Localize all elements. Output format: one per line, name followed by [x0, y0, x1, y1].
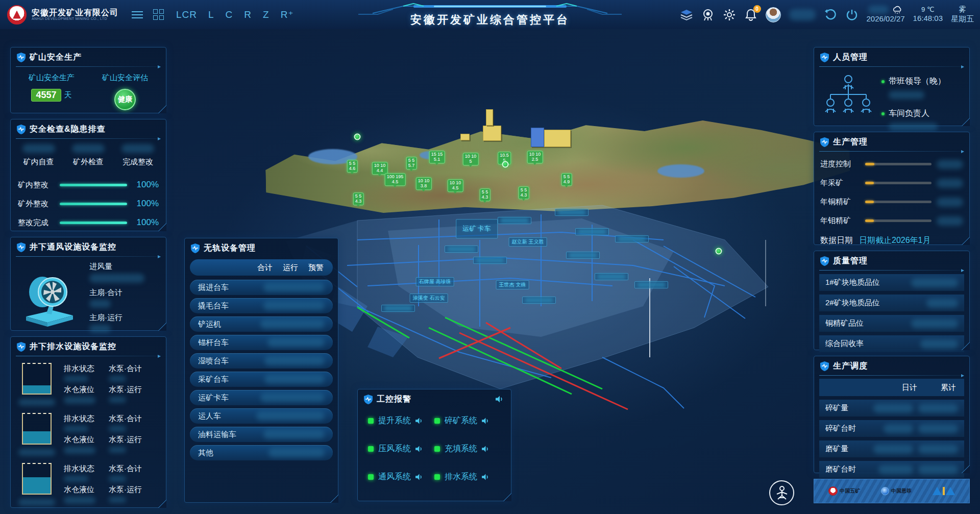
personnel-locate-button[interactable] [769, 480, 794, 505]
production-progress[interactable] [865, 163, 932, 165]
camera-icon[interactable] [701, 8, 715, 21]
production-progress[interactable] [865, 219, 932, 222]
map-badge[interactable]: 5 54.3 [519, 186, 529, 199]
map-tag[interactable] [615, 235, 649, 242]
map-badge[interactable]: 5 54.9 [561, 173, 572, 186]
undo-icon[interactable] [824, 8, 837, 21]
equipment-row[interactable]: 湿喷台车 [190, 353, 333, 369]
equipment-row[interactable]: 铲运机 [190, 316, 333, 332]
weather-cloud-icon [892, 5, 903, 14]
map-location-dot[interactable] [354, 134, 361, 140]
speaker-icon[interactable] [482, 446, 489, 452]
quality-row[interactable]: 铜精矿品位 [819, 315, 964, 332]
progress-label: 矿内整改 [18, 180, 55, 190]
equipment-row[interactable]: 运矿卡车 [190, 390, 333, 405]
equipment-row[interactable]: 运人车 [190, 408, 333, 424]
map-tag[interactable] [566, 252, 600, 259]
alarm-system-item[interactable]: 排水系统 [434, 472, 501, 482]
map-tag[interactable] [473, 257, 507, 264]
alarm-master-speaker-icon[interactable] [496, 396, 504, 405]
menu-icon[interactable] [132, 11, 143, 18]
map-badge[interactable]: 10 105 [463, 153, 479, 165]
dispatch-row[interactable]: 磨矿量 [819, 440, 964, 457]
map-tag[interactable] [522, 297, 556, 304]
nav-button-z[interactable]: Z [263, 9, 270, 20]
layers-icon[interactable] [680, 8, 693, 21]
map-badge[interactable]: 15 155.1 [429, 151, 445, 163]
production-label: 年铜精矿 [820, 197, 860, 207]
col-running: 运行 [283, 263, 298, 273]
alarm-system-item[interactable]: 碎矿系统 [434, 415, 501, 426]
dispatch-row[interactable]: 磨矿台时 [819, 461, 964, 478]
notifications-bell-icon[interactable]: 0 [744, 8, 757, 21]
map-badge[interactable]: 5 54.6 [347, 160, 358, 173]
map-tag[interactable] [555, 209, 589, 216]
quality-row[interactable]: 综合回收率 [819, 335, 964, 352]
speaker-icon[interactable] [482, 474, 489, 480]
redacted-value [64, 426, 88, 432]
equipment-row[interactable]: 锚杆台车 [190, 335, 333, 350]
redacted-value [89, 274, 144, 283]
speaker-icon[interactable] [415, 418, 423, 424]
drain-label: 水泵·运行 [109, 435, 142, 445]
progress-value: 100% [132, 217, 159, 228]
equipment-row[interactable]: 掘进台车 [190, 280, 333, 295]
speaker-icon[interactable] [415, 474, 423, 480]
system-label: 通风系统 [378, 472, 411, 482]
map-tag[interactable]: 石牌屋 高珍珠 [416, 277, 454, 286]
map-badge[interactable]: 10 104.5 [448, 179, 463, 192]
settings-gear-icon[interactable] [723, 8, 736, 21]
map-location-dot[interactable] [716, 248, 722, 255]
map-tag[interactable] [381, 305, 415, 312]
dispatch-row[interactable]: 碎矿台时 [819, 420, 964, 437]
nav-button-l[interactable]: L [208, 9, 214, 20]
alarm-system-item[interactable]: 压风系统 [368, 444, 434, 454]
nav-button-lcr[interactable]: LCR [176, 9, 197, 20]
production-label: 进度控制 [820, 159, 860, 169]
alarm-system-item[interactable]: 通风系统 [368, 472, 434, 482]
panel-production: 生产管理 进度控制 年采矿 年铜精矿 年钼精矿 数据日期 日期截止2026年1月 [814, 132, 970, 245]
nav-button-r-plus[interactable]: R⁺ [281, 9, 294, 20]
power-icon[interactable] [845, 8, 859, 21]
production-progress[interactable] [865, 182, 932, 184]
map-badge[interactable]: 5 55.7 [406, 157, 417, 169]
map-tag[interactable] [595, 273, 628, 280]
map-badge[interactable]: 10 102.5 [527, 151, 543, 163]
quality-row[interactable]: 2#矿块地质品位 [819, 295, 964, 311]
dispatch-row[interactable]: 碎矿量 [819, 400, 964, 417]
equipment-row[interactable]: 油料运输车 [190, 427, 333, 442]
map-badge[interactable]: 5 54.3 [480, 188, 491, 201]
map-tag[interactable]: 王世杰 文殊 [496, 280, 529, 289]
equipment-row[interactable]: 撬毛台车 [190, 298, 333, 313]
map-tag[interactable]: 赵立新 王义胜 [509, 237, 547, 247]
speaker-icon[interactable] [415, 446, 423, 452]
nav-button-r[interactable]: R [244, 9, 252, 20]
map-tag[interactable] [575, 228, 609, 235]
dispatch-header-row: 日计 累计 [819, 379, 964, 396]
apps-grid-icon[interactable] [153, 9, 164, 20]
equipment-row[interactable]: 其他 [190, 445, 333, 460]
alarm-system-item[interactable]: 提升系统 [368, 415, 434, 426]
production-progress[interactable] [865, 201, 932, 203]
user-avatar[interactable] [766, 7, 781, 22]
temp-time-block: 9 ℃ 16:48:03 [913, 6, 943, 23]
map-badge[interactable]: 10 103.8 [416, 177, 432, 190]
map-badge[interactable]: 100 1954.5 [385, 173, 406, 186]
map-tag[interactable]: 运矿 卡车 [456, 219, 498, 238]
nav-button-c[interactable]: C [226, 9, 233, 20]
alarm-system-item[interactable]: 充填系统 [434, 444, 501, 454]
equipment-row[interactable]: 采矿台车 [190, 372, 333, 387]
production-slider-row: 年钼精矿 [814, 211, 969, 230]
map-badge[interactable]: 5 54.3 [353, 192, 364, 205]
map-tag[interactable] [445, 246, 478, 253]
speaker-icon[interactable] [482, 418, 489, 424]
map-badge[interactable]: 10 104.4 [372, 162, 388, 175]
progress-label: 矿外整改 [18, 199, 55, 209]
quality-row[interactable]: 1#矿块地质品位 [819, 274, 964, 291]
map-tag[interactable] [634, 281, 668, 288]
map-location-dot[interactable] [502, 161, 509, 168]
panel-industrial-alarm: 工控报警 提升系统 碎矿系统 压风系统 充填系统 通风系统 [357, 389, 511, 501]
map-tag[interactable]: 涂溪变 石云安 [410, 293, 448, 303]
shield-icon [191, 243, 200, 253]
map-tag[interactable] [498, 217, 531, 224]
